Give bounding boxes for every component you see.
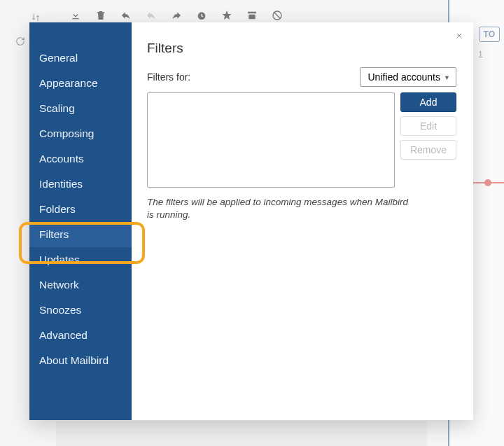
filters-for-label: Filters for: [147, 71, 190, 83]
remove-button: Remove [400, 140, 456, 160]
day-number: 1 [478, 49, 483, 60]
options-dialog: General Appearance Scaling Composing Acc… [29, 22, 473, 420]
account-select[interactable]: Unified accounts ▼ [360, 67, 456, 87]
sidebar-item-folders[interactable]: Folders [29, 197, 132, 222]
archive-icon [246, 10, 258, 24]
sidebar-item-network[interactable]: Network [29, 272, 132, 298]
options-content: Filters Filters for: Unified accounts ▼ … [132, 22, 473, 420]
download-icon [70, 10, 81, 24]
snooze-icon [196, 10, 207, 24]
add-button[interactable]: Add [400, 92, 456, 112]
options-sidebar: General Appearance Scaling Composing Acc… [29, 22, 132, 420]
filters-list[interactable] [147, 92, 395, 188]
sidebar-item-general[interactable]: General [29, 46, 132, 71]
background-footer [56, 421, 427, 446]
reply-all-icon [146, 10, 157, 24]
star-icon [221, 10, 232, 24]
sidebar-item-filters[interactable]: Filters [29, 222, 132, 247]
close-icon [455, 32, 463, 40]
close-button[interactable] [452, 29, 466, 43]
filter-buttons: Add Edit Remove [400, 92, 456, 160]
sidebar-item-accounts[interactable]: Accounts [29, 146, 132, 172]
today-button: TO [479, 27, 500, 42]
sidebar-item-updates[interactable]: Updates [29, 247, 132, 272]
sidebar-item-snoozes[interactable]: Snoozes [29, 298, 132, 323]
trash-icon [95, 10, 106, 24]
sidebar-item-about[interactable]: About Mailbird [29, 348, 132, 373]
sidebar-item-scaling[interactable]: Scaling [29, 96, 132, 121]
block-icon [272, 10, 283, 24]
filters-note: The filters will be applied to incoming … [147, 196, 413, 221]
reply-icon [120, 10, 132, 24]
background-toolbar [70, 10, 283, 24]
chevron-down-icon: ▼ [444, 74, 450, 81]
sidebar-item-advanced[interactable]: Advanced [29, 323, 132, 348]
panel-title: Filters [147, 41, 456, 56]
sidebar-item-identities[interactable]: Identities [29, 172, 132, 197]
sidebar-item-appearance[interactable]: Appearance [29, 71, 132, 96]
edit-button: Edit [400, 116, 456, 136]
account-selected-text: Unified accounts [368, 71, 440, 83]
refresh-icon [15, 36, 25, 46]
now-indicator-dot [484, 179, 491, 186]
forward-icon [171, 10, 182, 24]
sidebar-item-composing[interactable]: Composing [29, 121, 132, 146]
